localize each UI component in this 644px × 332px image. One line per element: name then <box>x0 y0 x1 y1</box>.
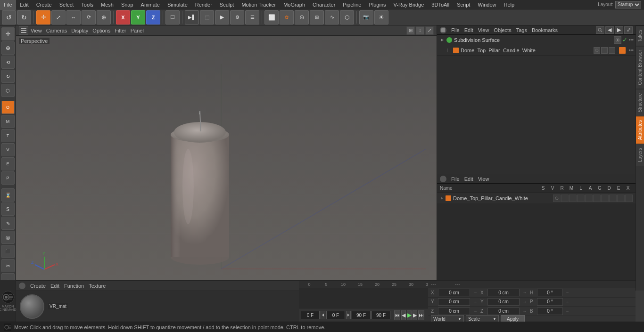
menu-snap[interactable]: Snap <box>117 0 137 10</box>
obj-objects-menu[interactable]: Objects <box>494 27 511 33</box>
tool-sculpt-tool[interactable]: S <box>1 202 15 216</box>
menu-vray[interactable]: V-Ray Bridge <box>390 0 428 10</box>
tool-knife[interactable]: ✂ <box>1 259 15 272</box>
tool-edge[interactable]: E <box>1 157 15 170</box>
obj-bookmarks-menu[interactable]: Bookmarks <box>532 27 558 33</box>
attr-icon-a[interactable] <box>593 194 601 202</box>
coord-b-rot[interactable]: 0 ° <box>537 308 563 315</box>
field-btn[interactable]: ⬡ <box>340 10 354 24</box>
vp-filter-menu[interactable]: Filter <box>115 28 126 33</box>
end-frame-input[interactable] <box>352 311 371 319</box>
menu-plugins[interactable]: Plugins <box>365 0 389 10</box>
vp-options-menu[interactable]: Options <box>92 28 110 33</box>
obj-nav-back[interactable]: ◀ <box>605 26 614 34</box>
move2-btn[interactable]: ⊕ <box>97 10 111 24</box>
current-frame-input[interactable] <box>326 311 345 319</box>
menu-help[interactable]: Help <box>500 0 519 10</box>
menu-sculpt[interactable]: Sculpt <box>216 0 238 10</box>
tree-item-candle[interactable]: Dome_Top_Pillar_Candle_White ••• <box>437 45 636 56</box>
mat-texture-menu[interactable]: Texture <box>89 283 106 289</box>
obj-nav-fwd[interactable]: ▶ <box>615 26 623 34</box>
tool-move[interactable]: ⊕ <box>1 41 15 55</box>
menu-tools[interactable]: Tools <box>77 0 97 10</box>
vp-icon-view[interactable]: ⊞ <box>406 26 415 35</box>
menu-edit[interactable]: Edit <box>16 0 33 10</box>
subdiv-checkmark[interactable]: ✓ <box>622 36 627 43</box>
undo-btn[interactable]: ↺ <box>2 10 16 24</box>
vp-panel-menu[interactable]: Panel <box>131 28 144 33</box>
obj-tags-menu[interactable]: Tags <box>516 27 527 33</box>
viewport-menu-icon[interactable] <box>19 26 28 35</box>
tool-model[interactable]: M <box>1 115 15 128</box>
camera-btn[interactable]: 📷 <box>359 10 373 24</box>
layout-dropdown[interactable]: Startup <box>615 1 641 8</box>
vp-cameras-menu[interactable]: Cameras <box>46 28 67 33</box>
obj-edit-menu[interactable]: Edit <box>464 27 473 33</box>
menu-3dtoall[interactable]: 3DToAll <box>428 0 453 10</box>
vtab-takes[interactable]: Takes <box>636 25 644 46</box>
tree-item-subdivision[interactable]: Subdivision Surface ✓ ••• <box>437 35 636 45</box>
obj-file-menu[interactable]: File <box>451 27 460 33</box>
menu-motion-tracker[interactable]: Motion Tracker <box>238 0 280 10</box>
menu-mesh[interactable]: Mesh <box>97 0 117 10</box>
render-view-btn[interactable]: ▶▌ <box>185 10 199 24</box>
vp-display-menu[interactable]: Display <box>71 28 88 33</box>
nurbs-btn[interactable]: ✿ <box>280 10 294 24</box>
coord-h-rot[interactable]: 0 ° <box>537 289 563 296</box>
tool-magnet[interactable]: ◎ <box>1 231 15 244</box>
render-queue-btn[interactable]: ☰ <box>245 10 259 24</box>
vtab-content-browser[interactable]: Content Browser <box>636 46 644 89</box>
menu-script[interactable]: Script <box>453 0 474 10</box>
viewport-canvas[interactable]: X Y Z Perspective Grid Spacing : 10 cm <box>16 36 437 291</box>
scale-btn[interactable]: ↔ <box>66 10 81 24</box>
render-region-btn[interactable]: ⬚ <box>200 10 214 24</box>
z-axis-btn[interactable]: Z <box>146 10 160 24</box>
vtab-layers[interactable]: Layers <box>636 144 644 166</box>
menu-character[interactable]: Character <box>309 0 339 10</box>
render-btn[interactable]: ▶ <box>215 10 229 24</box>
attr-icon-l[interactable] <box>585 194 593 202</box>
candle-icon1[interactable] <box>594 47 600 54</box>
mat-function-menu[interactable]: Function <box>64 283 84 289</box>
frame-prev-btn[interactable] <box>321 311 325 319</box>
obj-view-menu[interactable]: View <box>478 27 489 33</box>
move-btn[interactable]: ⤢ <box>51 10 66 24</box>
select-mode-btn[interactable]: ✛ <box>36 10 50 24</box>
attr-icon-g[interactable] <box>601 194 609 202</box>
attr-icon-s[interactable] <box>553 194 561 202</box>
mat-create-menu[interactable]: Create <box>30 283 46 289</box>
spline-btn[interactable]: ᗣ <box>295 10 309 24</box>
tool-polygon[interactable]: P <box>1 171 15 185</box>
object-mode-btn[interactable]: ☐ <box>165 10 180 24</box>
obj-search-btn[interactable] <box>596 26 604 34</box>
obj-expand[interactable]: ⤢ <box>624 26 633 34</box>
step-fwd-btn[interactable]: ▶ <box>413 310 417 320</box>
menu-animate[interactable]: Animate <box>137 0 164 10</box>
vtab-structure[interactable]: Structure <box>636 89 644 116</box>
light-btn[interactable]: ☀ <box>374 10 388 24</box>
attr-file-menu[interactable]: File <box>451 176 460 182</box>
goto-start-btn[interactable]: ⏮ <box>394 310 400 320</box>
end-frame-input2[interactable] <box>372 311 390 319</box>
mat-thumbnail[interactable] <box>20 294 44 319</box>
mat-edit-menu[interactable]: Edit <box>50 283 59 289</box>
coord-y-size[interactable]: 0 cm <box>487 298 520 306</box>
coord-z-size[interactable]: 0 cm <box>487 308 520 315</box>
attr-row[interactable]: Dome_Top_Pillar_Candle_White <box>437 193 636 203</box>
attr-icon-d[interactable] <box>609 194 617 202</box>
vp-icon-maximize[interactable]: ⤢ <box>425 26 434 35</box>
deformer-btn[interactable]: ⊞ <box>310 10 324 24</box>
tool-rotate[interactable]: ↻ <box>1 70 15 83</box>
menu-file[interactable]: File <box>0 0 16 10</box>
rotate-btn[interactable]: ⟳ <box>82 10 96 24</box>
frame-next-btn[interactable] <box>346 311 351 319</box>
menu-simulate[interactable]: Simulate <box>164 0 191 10</box>
redo-btn[interactable]: ↻ <box>17 10 31 24</box>
menu-mograph[interactable]: MoGraph <box>280 0 309 10</box>
y-axis-btn[interactable]: Y <box>131 10 145 24</box>
tool-object[interactable]: O <box>1 101 15 114</box>
vp-icon-camera2[interactable]: ↕ <box>416 26 424 35</box>
menu-create[interactable]: Create <box>33 0 56 10</box>
coord-y-pos[interactable]: 0 cm <box>438 298 470 306</box>
vtab-attributes[interactable]: Attributes <box>636 116 644 144</box>
